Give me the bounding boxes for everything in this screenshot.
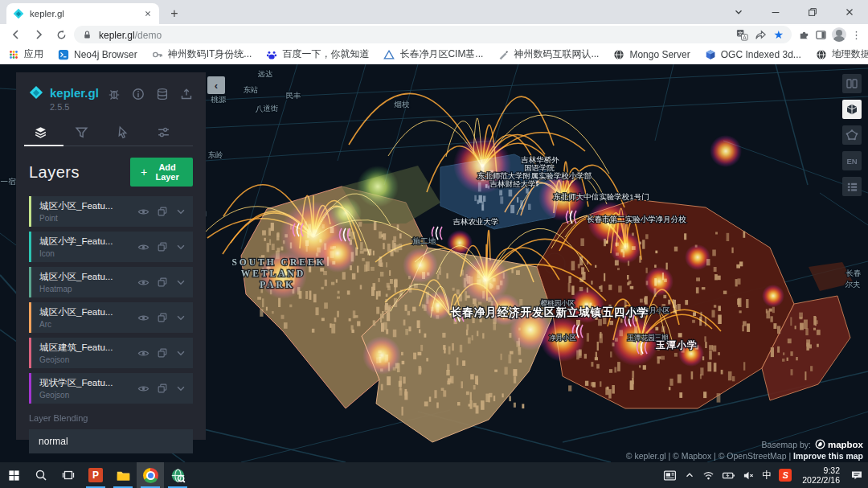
taskbar-clock[interactable]: 9:32 2022/2/16 bbox=[799, 465, 843, 485]
taskbar-search-button[interactable] bbox=[27, 462, 55, 488]
layer-type: Geojson bbox=[39, 391, 137, 400]
bookmark-star-icon[interactable]: ★ bbox=[773, 28, 784, 41]
browser-tab[interactable]: kepler.gl bbox=[6, 3, 159, 24]
duplicate-icon[interactable] bbox=[157, 277, 168, 288]
layer-blending-select[interactable]: normal bbox=[29, 429, 193, 453]
locale-button[interactable]: EN bbox=[842, 151, 862, 170]
bookmark-item[interactable]: 神州数码互联网认... bbox=[497, 47, 599, 61]
layer-item[interactable]: 现状学区_Featu... Geojson bbox=[29, 373, 193, 404]
powerpoint-icon: P bbox=[88, 468, 103, 482]
taskbar-chrome[interactable] bbox=[137, 462, 164, 488]
expand-chevron-icon[interactable] bbox=[175, 347, 186, 359]
pen-icon bbox=[497, 49, 509, 60]
back-button[interactable] bbox=[6, 25, 26, 44]
duplicate-icon[interactable] bbox=[157, 206, 168, 217]
visibility-eye-icon[interactable] bbox=[137, 312, 149, 324]
layer-item[interactable]: 城区小区_Featu... Arc bbox=[29, 302, 193, 333]
window-minimize-button[interactable] bbox=[757, 0, 794, 24]
duplicate-icon[interactable] bbox=[157, 312, 168, 323]
bookmark-item[interactable]: 地理数据库管理—... bbox=[816, 47, 868, 61]
tab-close-icon[interactable] bbox=[143, 9, 153, 18]
map-label: 净月小区 bbox=[549, 334, 576, 342]
panel-collapse-button[interactable]: ‹ bbox=[207, 76, 225, 94]
legend-button[interactable] bbox=[842, 177, 862, 196]
map-label: 长春 bbox=[846, 269, 862, 277]
forward-button[interactable] bbox=[29, 25, 48, 44]
share-icon[interactable] bbox=[755, 29, 767, 41]
menu-kebab-icon[interactable]: ⋮ bbox=[851, 29, 862, 41]
expand-chevron-icon[interactable] bbox=[175, 383, 186, 394]
layer-item[interactable]: 城区小学_Featu... Icon bbox=[29, 232, 193, 262]
extensions-icon[interactable] bbox=[798, 29, 810, 41]
tab-search-button[interactable] bbox=[720, 0, 757, 24]
plus-icon: + bbox=[141, 167, 147, 177]
chrome-icon bbox=[143, 468, 158, 483]
window-close-button[interactable] bbox=[831, 0, 868, 24]
layer-item[interactable]: 城区建筑_Featu... Geojson bbox=[29, 338, 193, 368]
bookmark-item[interactable]: 神州数码IT身份统... bbox=[152, 47, 252, 61]
bookmark-item[interactable]: 应用 bbox=[8, 47, 43, 61]
bookmark-item[interactable]: Neo4j Browser bbox=[58, 49, 137, 60]
taskbar-powerpoint[interactable]: P bbox=[82, 462, 109, 488]
bookmark-item[interactable]: 百度一下，你就知道 bbox=[266, 47, 369, 61]
export-icon[interactable] bbox=[180, 88, 193, 100]
battery-icon[interactable] bbox=[722, 469, 735, 482]
profile-avatar[interactable] bbox=[832, 27, 846, 42]
visibility-eye-icon[interactable] bbox=[137, 241, 149, 253]
translate-icon[interactable] bbox=[736, 29, 748, 41]
key-icon bbox=[152, 49, 163, 60]
split-map-button[interactable] bbox=[842, 74, 862, 93]
visibility-eye-icon[interactable] bbox=[137, 347, 149, 359]
lock-icon bbox=[82, 30, 92, 40]
news-widget-icon[interactable] bbox=[663, 469, 677, 482]
taskbar-arcgis[interactable] bbox=[164, 462, 191, 488]
draw-polygon-button[interactable] bbox=[842, 125, 862, 145]
expand-chevron-icon[interactable] bbox=[175, 312, 186, 323]
layer-type: Geojson bbox=[39, 355, 137, 364]
duplicate-icon[interactable] bbox=[157, 383, 168, 394]
reload-button[interactable] bbox=[51, 25, 71, 44]
tray-expand-icon[interactable] bbox=[684, 470, 695, 481]
ime-indicator[interactable]: 中 bbox=[762, 469, 772, 482]
add-layer-button[interactable]: +Add Layer bbox=[130, 158, 193, 187]
layer-item[interactable]: 城区小区_Featu... Heatmap bbox=[29, 267, 193, 297]
action-center-icon[interactable] bbox=[850, 469, 863, 482]
volume-muted-icon[interactable] bbox=[743, 470, 755, 482]
tab-filters[interactable] bbox=[70, 123, 93, 146]
sogou-icon[interactable]: S bbox=[779, 469, 792, 482]
window-restore-button[interactable] bbox=[794, 0, 831, 24]
visibility-eye-icon[interactable] bbox=[137, 277, 149, 289]
windows-icon bbox=[8, 470, 20, 482]
improve-map-link[interactable]: Improve this map bbox=[793, 451, 863, 461]
bookmark-item[interactable]: Mongo Server bbox=[613, 49, 690, 60]
wifi-icon[interactable] bbox=[702, 470, 714, 482]
new-tab-button[interactable]: + bbox=[164, 3, 185, 24]
layer-name: 现状学区_Featu... bbox=[39, 377, 137, 389]
duplicate-icon[interactable] bbox=[157, 241, 168, 252]
map-label: WETLAND bbox=[241, 269, 305, 278]
bookmark-item[interactable]: 长春净月区CIM基... bbox=[383, 47, 483, 61]
info-icon[interactable] bbox=[132, 88, 145, 100]
start-button[interactable] bbox=[0, 462, 27, 488]
taskbar-explorer[interactable] bbox=[109, 462, 137, 488]
reload-icon bbox=[55, 29, 68, 41]
url-bar[interactable]: kepler.gl/demo ★ bbox=[74, 26, 792, 43]
task-view-button[interactable] bbox=[55, 462, 82, 488]
tab-basemap[interactable] bbox=[152, 123, 175, 146]
expand-chevron-icon[interactable] bbox=[175, 206, 186, 217]
tab-interactions[interactable] bbox=[111, 123, 134, 146]
side-panel-icon[interactable] bbox=[815, 29, 827, 41]
toggle-3d-button[interactable] bbox=[842, 100, 862, 119]
data-table-icon[interactable] bbox=[156, 88, 169, 100]
expand-chevron-icon[interactable] bbox=[175, 241, 186, 252]
tab-layers[interactable] bbox=[29, 123, 52, 146]
visibility-eye-icon[interactable] bbox=[137, 206, 149, 218]
bookmark-item[interactable]: OGC Indexed 3d... bbox=[705, 49, 801, 60]
visibility-eye-icon[interactable] bbox=[137, 383, 149, 395]
layer-item[interactable]: 城区小区_Featu... Point bbox=[29, 196, 193, 227]
bug-report-icon[interactable] bbox=[108, 88, 121, 100]
expand-chevron-icon[interactable] bbox=[175, 277, 186, 288]
basemap-by-label: Basemap by: bbox=[762, 440, 811, 449]
mapbox-logo[interactable]: mapbox bbox=[815, 439, 863, 449]
duplicate-icon[interactable] bbox=[157, 347, 168, 359]
